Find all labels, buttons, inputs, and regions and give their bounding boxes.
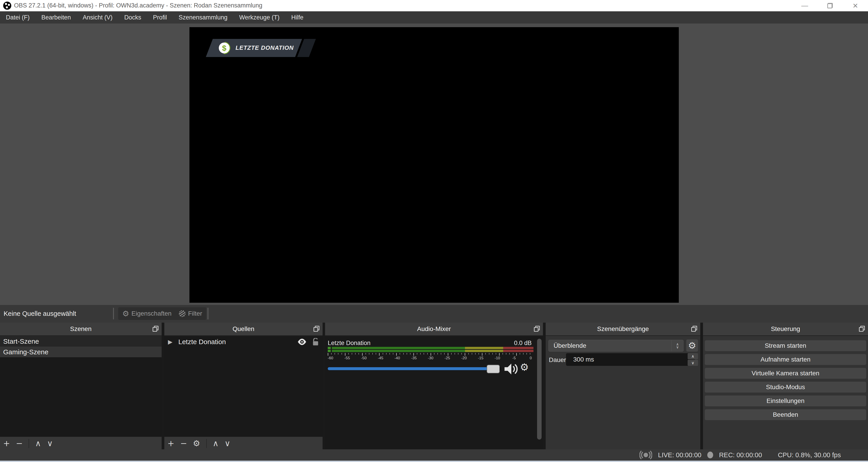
menu-datei[interactable]: Datei (F): [0, 11, 35, 24]
popout-icon[interactable]: [691, 326, 697, 332]
start-stream-button[interactable]: Stream starten: [705, 340, 866, 351]
menu-docks[interactable]: Docks: [119, 11, 147, 24]
tick-label: 0: [525, 356, 536, 360]
controls-panel: Steuerung Stream starten Aufnahme starte…: [703, 323, 868, 449]
toolbar-splitter[interactable]: [113, 308, 114, 319]
donation-banner-label: LETZTE DONATION: [236, 44, 293, 51]
popout-icon[interactable]: [153, 326, 158, 332]
popout-icon[interactable]: [313, 326, 319, 332]
mixer-panel-title: Audio-Mixer: [417, 325, 451, 333]
menu-profil[interactable]: Profil: [147, 11, 173, 24]
volume-slider-fill: [328, 367, 489, 370]
duration-down-button[interactable]: ∨: [688, 360, 698, 366]
transition-gear-button[interactable]: ⚙: [686, 339, 698, 352]
source-up-button[interactable]: ∧: [213, 439, 219, 447]
scenes-panel-title: Szenen: [70, 325, 92, 333]
popout-icon[interactable]: [534, 326, 540, 332]
toolbar-splitter[interactable]: [208, 308, 209, 319]
mixer-gear-icon[interactable]: ⚙: [520, 362, 529, 372]
exit-button[interactable]: Beenden: [705, 409, 866, 420]
cpu-fps-stats: CPU: 0.8%, 30.00 fps: [778, 451, 841, 459]
expand-triangle-icon[interactable]: ▶: [168, 339, 173, 345]
mixer-panel-header[interactable]: Audio-Mixer: [325, 323, 543, 336]
volume-meter-bar: [332, 350, 533, 352]
spin-down-icon: ∨: [676, 346, 679, 349]
volume-meter-bar: [332, 347, 533, 349]
transition-select-spinner[interactable]: ∧ ∨: [671, 340, 683, 351]
preview-canvas[interactable]: $ LETZTE DONATION: [189, 27, 679, 303]
settings-button[interactable]: Einstellungen: [705, 396, 866, 406]
close-button[interactable]: ✕: [843, 0, 868, 11]
dock-area: Szenen Start-Szene Gaming-Szene + − ∧ ∨ …: [0, 323, 868, 449]
tick-label: -5: [508, 356, 520, 360]
visibility-eye-icon[interactable]: [297, 339, 307, 345]
properties-button-label: Eigenschaften: [131, 310, 171, 317]
titlebar: OBS 27.2.1 (64-bit, windows) - Profil: O…: [0, 0, 868, 11]
scenes-panel-header[interactable]: Szenen: [0, 323, 162, 336]
tick-label: -45: [375, 356, 386, 360]
tick-label: -55: [342, 356, 352, 360]
menu-ansicht[interactable]: Ansicht (V): [77, 11, 119, 24]
scenes-panel: Szenen Start-Szene Gaming-Szene + − ∧ ∨: [0, 323, 162, 449]
scene-item-gaming[interactable]: Gaming-Szene: [0, 347, 162, 357]
menu-werkzeuge[interactable]: Werkzeuge (T): [233, 11, 285, 24]
remove-scene-button[interactable]: −: [16, 439, 23, 447]
tick-label: -40: [392, 356, 403, 360]
source-down-button[interactable]: ∨: [224, 439, 230, 447]
scene-up-button[interactable]: ∧: [35, 439, 41, 447]
speaker-icon[interactable]: [504, 363, 518, 375]
duration-label: Dauer: [549, 356, 566, 364]
scenes-toolbar: + − ∧ ∨: [0, 436, 162, 450]
tick-label: -60: [325, 356, 336, 360]
restore-button[interactable]: [817, 0, 843, 11]
menu-szenensammlung[interactable]: Szenensammlung: [173, 11, 233, 24]
unlock-icon[interactable]: [312, 338, 319, 346]
tick-label: -20: [459, 356, 469, 360]
transitions-body: Überblende ∧ ∨ ⚙ Dauer 300 ms ∧ ∨: [546, 336, 700, 449]
volume-slider-handle[interactable]: [487, 365, 500, 373]
volume-slider[interactable]: [328, 367, 501, 370]
transition-select[interactable]: Überblende ∧ ∨: [548, 340, 684, 352]
studio-mode-button[interactable]: Studio-Modus: [705, 382, 866, 393]
controls-panel-header[interactable]: Steuerung: [703, 323, 868, 336]
filter-button-label: Filter: [188, 310, 202, 317]
duration-input[interactable]: 300 ms: [566, 353, 695, 366]
popout-icon[interactable]: [859, 326, 865, 332]
minimize-button[interactable]: —: [792, 0, 817, 11]
duration-up-button[interactable]: ∧: [688, 353, 698, 359]
transition-select-value: Überblende: [549, 342, 671, 349]
sources-panel-title: Quellen: [232, 325, 254, 333]
scene-item-start[interactable]: Start-Szene: [0, 336, 162, 347]
source-item-letzte-donation[interactable]: ▶ Letzte Donation: [164, 336, 322, 348]
menu-bearbeiten[interactable]: Bearbeiten: [35, 11, 77, 24]
sources-panel-header[interactable]: Quellen: [164, 323, 322, 336]
meter-tick-labels: -60 -55 -50 -45 -40 -35 -30 -25 -20 -15 …: [325, 356, 536, 360]
transitions-panel-title: Szenenübergänge: [597, 325, 649, 333]
gear-icon: ⚙: [122, 310, 129, 317]
menu-hilfe[interactable]: Hilfe: [285, 11, 309, 24]
meter-peak-square: [328, 350, 331, 352]
properties-button[interactable]: ⚙ Eigenschaften: [118, 307, 176, 320]
tick-label: -25: [442, 356, 453, 360]
source-properties-gear-icon[interactable]: ⚙: [193, 439, 200, 447]
start-recording-button[interactable]: Aufnahme starten: [705, 354, 866, 365]
mixer-scrollbar[interactable]: [537, 339, 541, 440]
transitions-panel-header[interactable]: Szenenübergänge: [546, 323, 700, 336]
tick-label: -10: [492, 356, 503, 360]
no-source-status: Keine Quelle ausgewählt: [4, 310, 76, 317]
status-indicators: LIVE: 00:00:00 REC: 00:00:00 CPU: 0.8%, …: [640, 449, 841, 461]
tick-label: -50: [359, 356, 369, 360]
obs-logo-icon: [3, 2, 11, 10]
filter-button[interactable]: Filter: [175, 307, 206, 320]
broadcast-icon: [640, 450, 652, 460]
controls-body: Stream starten Aufnahme starten Virtuell…: [703, 336, 868, 449]
scene-down-button[interactable]: ∨: [47, 439, 53, 447]
rec-dot-icon: [707, 452, 713, 458]
remove-source-button[interactable]: −: [180, 439, 187, 447]
start-virtual-camera-button[interactable]: Virtuelle Kamera starten: [705, 368, 866, 379]
add-source-button[interactable]: +: [167, 439, 174, 447]
menubar: Datei (F) Bearbeiten Ansicht (V) Docks P…: [0, 11, 868, 24]
source-toolbar: Keine Quelle ausgewählt ⚙ Eigenschaften …: [0, 305, 868, 323]
mixer-channel-name: Letzte Donation: [328, 340, 370, 347]
add-scene-button[interactable]: +: [3, 439, 10, 447]
